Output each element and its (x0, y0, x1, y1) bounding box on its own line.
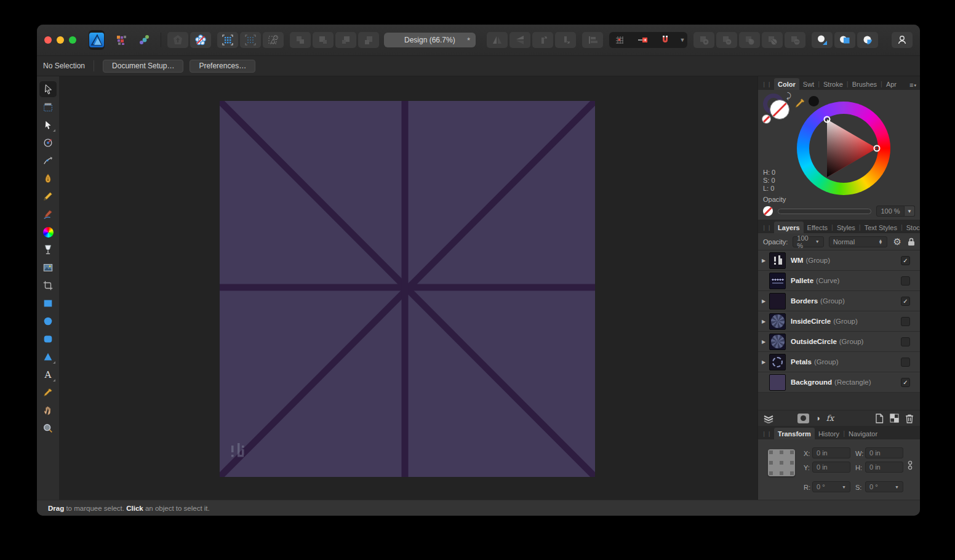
opacity-value[interactable]: 100 % (876, 206, 905, 217)
boolean-add-button[interactable] (693, 32, 714, 48)
adjustment-layer-icon[interactable]: ◑ (815, 414, 820, 423)
layer-visibility-checkbox[interactable]: ✓ (901, 297, 910, 306)
tab-color[interactable]: Color (774, 78, 799, 90)
no-fill-swatch[interactable] (762, 114, 771, 124)
panel-drag-handle[interactable]: ❘❘ (762, 225, 772, 231)
snapping-magnet-toggle[interactable] (655, 32, 676, 48)
layer-thumbnail[interactable] (769, 334, 786, 350)
insert-inside-button[interactable] (857, 32, 878, 48)
node-tool[interactable] (39, 117, 57, 133)
alignment-button[interactable] (582, 32, 603, 48)
view-hand-tool[interactable] (39, 402, 57, 418)
layers-stack-icon[interactable] (763, 414, 774, 423)
new-layer-icon[interactable] (890, 414, 899, 423)
layer-row[interactable]: Pallete (Curve) (758, 271, 920, 291)
maximize-window-button[interactable] (69, 36, 76, 44)
layer-row[interactable]: Background (Rectangle) ✓ (758, 372, 920, 393)
x-input[interactable]: 0 in (812, 447, 850, 458)
tab-swatches[interactable]: Swt (799, 78, 818, 90)
brush-tool[interactable] (39, 206, 57, 222)
rounded-rectangle-tool[interactable] (39, 331, 57, 347)
corner-tool[interactable] (39, 153, 57, 169)
tab-text-styles[interactable]: Text Styles (861, 222, 901, 233)
boolean-subtract-button[interactable] (716, 32, 737, 48)
tab-stock[interactable]: Stock (903, 222, 920, 233)
swap-fill-stroke-icon[interactable]: ⤸ (786, 91, 791, 101)
layer-thumbnail[interactable] (769, 313, 786, 330)
pencil-tool[interactable] (39, 188, 57, 204)
pixel-grid-toggle[interactable] (609, 32, 630, 48)
layer-visibility-checkbox[interactable] (901, 317, 910, 326)
rotate-ccw-button[interactable] (532, 32, 553, 48)
triangle-tool[interactable] (39, 349, 57, 365)
flip-vertical-button[interactable] (509, 32, 530, 48)
point-transform-tool[interactable] (39, 135, 57, 151)
move-tool[interactable] (39, 81, 57, 97)
layer-visibility-checkbox[interactable]: ✓ (901, 256, 910, 265)
panel-drag-handle[interactable]: ❘❘ (762, 431, 772, 437)
opacity-caret[interactable]: ▼ (905, 206, 915, 217)
layer-thumbnail[interactable] (769, 273, 786, 289)
minimize-window-button[interactable] (57, 36, 64, 44)
layer-row[interactable]: ▶ Petals (Group) (758, 352, 920, 372)
h-input[interactable]: 0 in (865, 462, 903, 473)
insert-on-top-button[interactable] (834, 32, 855, 48)
boolean-intersect-button[interactable] (739, 32, 760, 48)
layer-visibility-checkbox[interactable]: ✓ (901, 378, 910, 387)
rotate-cw-button[interactable] (555, 32, 576, 48)
color-wheel[interactable] (797, 102, 890, 195)
view-tab-dropdown[interactable]: Design (66.7%) * (384, 33, 476, 47)
boolean-combine-button[interactable] (785, 32, 805, 48)
expand-arrow-icon[interactable]: ▶ (758, 258, 769, 263)
blend-mode-dropdown[interactable]: Normal▲▼ (829, 236, 887, 247)
affinity-designer-app-icon[interactable] (89, 30, 105, 50)
move-backward-button[interactable] (335, 32, 356, 48)
expand-arrow-icon[interactable]: ▶ (758, 359, 769, 365)
tab-styles[interactable]: Styles (833, 222, 859, 233)
shear-dropdown[interactable]: 0 °▼ (865, 481, 903, 492)
opacity-slider[interactable] (778, 209, 871, 214)
zoom-tool[interactable] (39, 420, 57, 436)
move-to-front-button[interactable] (290, 32, 311, 48)
layer-row[interactable]: ▶ Borders (Group) ✓ (758, 291, 920, 311)
mask-layer-icon[interactable] (797, 414, 809, 423)
layer-visibility-checkbox[interactable] (901, 337, 910, 346)
no-opacity-icon[interactable] (763, 206, 773, 216)
expand-arrow-icon[interactable]: ▶ (758, 319, 769, 324)
tab-navigator[interactable]: Navigator (845, 428, 881, 439)
move-forward-button[interactable] (313, 32, 334, 48)
artboard-document[interactable] (220, 101, 595, 477)
snapping-options-caret[interactable]: ▼ (677, 32, 687, 48)
force-pixel-alignment-toggle[interactable] (632, 32, 653, 48)
text-tool[interactable]: A (39, 367, 57, 383)
move-to-back-button[interactable] (358, 32, 379, 48)
expand-arrow-icon[interactable]: ▶ (758, 339, 769, 345)
place-image-tool[interactable] (39, 260, 57, 276)
layer-thumbnail[interactable] (769, 293, 786, 310)
document-setup-button[interactable]: Document Setup… (103, 60, 183, 73)
tab-history[interactable]: History (815, 428, 843, 439)
layer-row[interactable]: ▶ WM (Group) ✓ (758, 250, 920, 271)
layer-row[interactable]: ▶ InsideCircle (Group) (758, 311, 920, 332)
rotation-dropdown[interactable]: 0 °▼ (812, 481, 850, 492)
snap-to-grid-icon[interactable] (217, 32, 238, 48)
w-input[interactable]: 0 in (865, 447, 903, 458)
layer-visibility-checkbox[interactable] (901, 276, 910, 286)
insert-behind-button[interactable] (812, 32, 833, 48)
snap-grid-alt-icon[interactable] (240, 32, 261, 48)
anchor-point-selector[interactable] (768, 449, 795, 476)
tab-transform[interactable]: Transform (774, 428, 815, 439)
expand-arrow-icon[interactable]: ▶ (758, 298, 769, 304)
fill-color-swatch[interactable] (770, 100, 789, 119)
vector-crop-tool[interactable] (39, 278, 57, 294)
layer-thumbnail[interactable] (769, 354, 786, 370)
delete-layer-trash-icon[interactable] (905, 414, 914, 423)
flip-horizontal-button[interactable] (487, 32, 508, 48)
lock-icon[interactable] (908, 238, 915, 246)
new-page-icon[interactable] (875, 414, 884, 423)
tab-appearance[interactable]: Apr (882, 78, 900, 90)
y-input[interactable]: 0 in (812, 462, 850, 473)
layers-opacity-dropdown[interactable]: 100 %▼ (793, 236, 823, 247)
convert-to-curves-icon[interactable] (263, 32, 284, 48)
tab-effects[interactable]: Effects (804, 222, 831, 233)
